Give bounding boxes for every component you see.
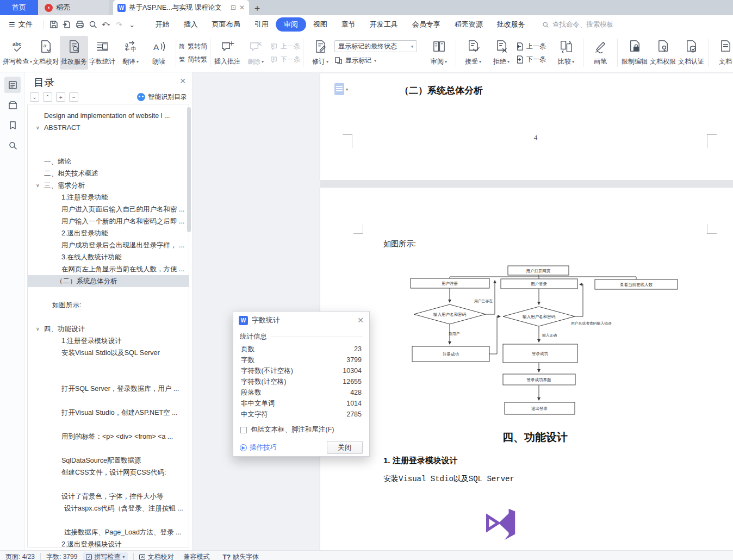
document-page-5[interactable]: 如图所示: 用户打开网页 [320,188,733,550]
comment-next-button[interactable]: 下一条 [270,55,300,64]
toc-item[interactable]: 1.注册登录模块设计 [28,335,189,347]
toc-zoom-out-button[interactable]: － [69,92,78,102]
toc-collapse-all-button[interactable]: ⌃ [43,92,52,102]
doc-certification-button[interactable]: 文档认证 [677,36,705,70]
toc-item[interactable]: 2.退出登录模块设计 [28,538,189,548]
compat-mode-indicator[interactable]: 兼容模式 [183,552,209,560]
restrict-editing-button[interactable]: 限制编辑 [620,36,649,70]
toc-expand-all-button[interactable]: ⌄ [30,92,39,102]
chevron-down-icon[interactable]: ∨ [36,179,40,191]
change-prev-button[interactable]: 上一条 [515,42,546,51]
proofread-toggle[interactable]: ✕ 文档校对 [139,552,173,560]
doc-permission-button[interactable]: 文档权限 [649,36,677,70]
menu-view[interactable]: 视图 [306,17,334,32]
quick-access-more-icon[interactable]: ⌄ [126,18,139,30]
compare-button[interactable]: 比较▾ [552,36,580,70]
toc-item[interactable]: 打开Visual Studio，创建ASP.NET空 ... [28,407,189,419]
export-button[interactable] [60,18,73,30]
checkbox-icon[interactable] [240,427,247,433]
visual-studio-logo[interactable] [481,504,519,542]
dialog-title-bar[interactable]: W 字数统计 ✕ [233,312,369,329]
print-preview-button[interactable] [86,18,100,30]
toc-item[interactable]: 一、绪论 [28,155,189,167]
toc-zoom-in-button[interactable]: ＋ [56,92,65,102]
delete-comment-button[interactable]: 删除▾ [241,36,270,70]
find-panel-button[interactable] [4,137,21,153]
pen-button[interactable]: 画笔 [586,36,614,70]
insert-comment-button[interactable]: 插入批注 [213,36,241,70]
document-page-4[interactable]: ▾ （二）系统总体分析 4 [320,73,733,180]
toc-item[interactable]: 设计aspx.cs代码（含登录、注册按钮 ... [28,502,189,514]
print-button[interactable] [73,18,86,30]
tips-link[interactable]: ▶ 操作技巧 [240,443,277,452]
paragraph-options-button[interactable]: ▾ [334,83,348,95]
menu-docer-resources[interactable]: 稻壳资源 [448,17,490,32]
close-tab-icon[interactable]: ✕ [239,4,245,11]
toc-item[interactable]: 创建CSS文件，设计网页CSS代码: [28,466,189,478]
command-search-box[interactable]: 查找命令、搜索模板 [542,20,614,29]
outline-panel-button[interactable] [4,77,21,93]
toc-item[interactable]: 用户输入一个新的用户名和密码之后即 ... [28,215,189,227]
menu-correction-service[interactable]: 批改服务 [490,17,532,32]
correction-service-button[interactable]: 批改服务 [60,36,88,70]
accept-change-button[interactable]: 接受▾ [459,36,487,70]
trad-to-simp-button[interactable]: 简繁转简 [179,42,207,51]
simp-to-trad-button[interactable]: 繁简转繁 [179,55,207,64]
menu-insert[interactable]: 插入 [177,17,205,32]
toc-item[interactable]: 1.注册登录功能 [28,191,189,203]
toc-item-selected[interactable]: （二）系统总体分析 [28,275,189,287]
save-button[interactable] [47,18,60,30]
page-indicator[interactable]: 页面: 4/23 [5,552,35,560]
tab-docer[interactable]: ◖ 稻壳 [38,0,109,15]
toc-item[interactable]: ∨ABSTRACT [28,122,189,134]
toc-item[interactable]: 设计了背景色，字体，控件大小等 [28,490,189,502]
toc-item[interactable]: 如图所示: [28,299,189,311]
toc-item[interactable]: 3.在线人数统计功能 [28,251,189,263]
tab-home[interactable]: 首页 [0,0,38,15]
proofread-button[interactable]: a- 文档校对 [32,36,60,70]
file-menu-button[interactable]: ☰ 文件 [0,20,40,29]
include-footnotes-checkbox[interactable]: 包括文本框、脚注和尾注(F) [233,420,369,434]
toc-item[interactable]: Design and implementation of website l .… [28,110,189,122]
undo-button[interactable]: ↶▾ [100,18,113,30]
missing-font-indicator[interactable]: T? 缺失字体 [222,552,259,560]
smart-recognition-button[interactable]: 智能识别目录 [137,92,187,102]
toc-item[interactable]: 打开SQL Server，登录数据库，用户 ... [28,383,189,395]
clipboard-panel-button[interactable] [4,97,21,113]
toc-item[interactable]: 连接数据库、Page_Load方法、登录 ... [28,526,189,538]
toc-item[interactable]: 用到的标签：<p> <div> <from> <a ... [28,431,189,443]
read-aloud-button[interactable]: A 朗读 [145,36,173,70]
close-icon[interactable]: ✕ [357,316,364,325]
tab-document[interactable]: W 基于ASP.NE...与实现 课程论文 ⊡ ✕ [113,0,249,15]
show-markup-button[interactable]: 显示标记▾ [334,56,417,65]
change-next-button[interactable]: 下一条 [515,55,546,64]
review-pane-button[interactable]: 审阅▾ [425,36,453,70]
toc-item[interactable]: 二、相关技术概述 [28,167,189,179]
menu-review[interactable]: 审阅 [276,17,306,32]
close-icon[interactable]: ✕ [179,77,186,85]
redo-button[interactable]: ↷ [113,18,126,30]
menu-home[interactable]: 开始 [148,17,177,32]
system-flowchart-image[interactable]: 用户打开网页 用户注册 用户登录 查看当前在线人数 输入用户名和密码 输入用户名… [402,260,707,419]
markup-state-select[interactable]: 显示标记的最终状态 ▾ [334,40,417,52]
toc-item[interactable]: SqlDataSource配置数据源 [28,455,189,466]
menu-member[interactable]: 会员专享 [405,17,448,32]
menu-section[interactable]: 章节 [334,17,363,32]
spell-check-toggle[interactable]: ✓ 拼写检查 ▾ [83,552,128,560]
word-count-button[interactable]: 字数统计 [88,36,116,70]
reject-change-button[interactable]: 拒绝▾ [487,36,515,70]
spell-check-button[interactable]: abc 拼写检查▾ [3,36,32,70]
new-tab-button[interactable]: ＋ [249,0,265,15]
chevron-down-icon[interactable]: ∨ [36,323,40,335]
toc-scrollbar-thumb[interactable] [187,107,191,232]
toc-item[interactable]: ∨三、需求分析 [28,179,189,191]
menu-page-layout[interactable]: 页面布局 [205,17,247,32]
toc-item[interactable]: 安装Visual Stdio以及SQL Server [28,347,189,359]
track-changes-button[interactable]: 修订▾ [306,36,334,70]
comment-prev-button[interactable]: 上一条 [270,42,300,51]
close-dialog-button[interactable]: 关闭 [327,441,363,454]
toc-item[interactable]: 在网页左上角显示当前在线人数，方便 ... [28,263,189,275]
toc-item[interactable]: 2.退出登录功能 [28,227,189,239]
translate-button[interactable]: a中 翻译▾ [116,36,145,70]
toc-item[interactable]: 用户成功登录后会出现退出登录字样， ... [28,239,189,251]
